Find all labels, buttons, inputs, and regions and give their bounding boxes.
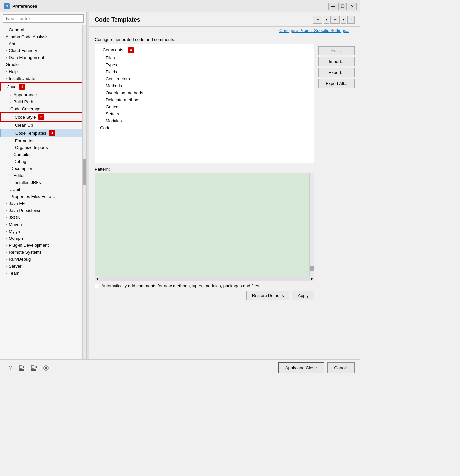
more-button[interactable]: ⋮ [347,16,355,24]
sidebar-item-label: Java Persistence [9,208,41,213]
tl-item-label: Files [106,55,115,60]
pattern-scrollbar-horizontal[interactable]: ◀ ▶ [95,276,314,281]
sidebar-item-run-debug[interactable]: › Run/Debug [0,256,82,263]
scroll-left-arrow[interactable]: ◀ [95,276,99,281]
apply-button[interactable]: Apply [292,291,314,300]
sidebar-item-help[interactable]: › Help [0,68,82,75]
tl-item-setters[interactable]: Setters [95,110,314,117]
scroll-right-arrow[interactable]: ▶ [310,276,314,281]
tl-item-fields[interactable]: Fields [95,68,314,75]
sidebar-item-oomph[interactable]: › Oomph [0,235,82,242]
sidebar-item-cloud-foundry[interactable]: › Cloud Foundry [0,47,82,54]
sidebar-item-build-path[interactable]: › Build Path [0,98,82,105]
tl-item-label: Setters [106,111,119,116]
side-buttons: Edit... Import... Export... Export All..… [318,37,355,357]
sidebar-item-properties-files[interactable]: Properties Files Edito… [0,193,82,200]
restore-defaults-button[interactable]: Restore Defaults [246,291,290,300]
sidebar-item-label: Installed JREs [13,180,41,185]
tl-item-modules[interactable]: Modules [95,117,314,124]
minimize-button[interactable]: — [328,3,337,10]
sidebar-item-java-persistence[interactable]: › Java Persistence [0,207,82,214]
tl-item-files[interactable]: Files [95,54,314,61]
close-button[interactable]: ✕ [348,3,357,10]
templates-tree[interactable]: ˅ Comments 4 Files Types [95,44,314,163]
sidebar-item-json[interactable]: › JSON [0,214,82,221]
sidebar-item-gradle[interactable]: Gradle [0,61,82,68]
scrollbar-thumb[interactable] [83,159,86,185]
expand-icon: › [6,271,7,275]
tree-area[interactable]: › General Alibaba Code Analysis › Ant › [0,25,82,359]
tl-item-getters[interactable]: Getters [95,103,314,110]
pattern-editor[interactable] [95,173,314,276]
record-icon[interactable] [41,363,51,373]
sidebar-item-installed-jres[interactable]: › Installed JREs [0,179,82,186]
h-scroll-track[interactable] [99,276,310,281]
tl-item-constructors[interactable]: Constructors [95,75,314,82]
sidebar-item-appearance[interactable]: › Appearance [0,91,82,98]
configure-project-link[interactable]: Configure Project Specific Settings... [274,27,355,34]
sidebar-item-debug[interactable]: › Debug [0,158,82,165]
apply-close-button[interactable]: Apply and Close [278,362,324,373]
sidebar-item-java[interactable]: ˅ Java 1 [0,82,82,91]
import-button[interactable]: Import... [318,57,355,66]
forward-button[interactable]: ➡ [330,16,340,24]
sidebar-item-alibaba[interactable]: Alibaba Code Analysis [0,33,82,40]
sidebar-item-label: Debug [13,159,26,164]
right-panel: Code Templates ⬅ ▾ ➡ ▾ ⋮ Configure Proje… [89,12,360,359]
search-input[interactable] [3,14,84,23]
sidebar-item-team[interactable]: › Team [0,270,82,277]
sidebar-item-plugin-dev[interactable]: › Plug-in Development [0,242,82,249]
sidebar-item-server[interactable]: › Server [0,263,82,270]
tl-item-methods[interactable]: Methods [95,82,314,89]
sidebar-item-label: Decompiler [10,166,32,171]
expand-icon: › [10,93,11,97]
import-preferences-icon[interactable] [18,363,27,373]
page-title: Code Templates [95,16,140,23]
sidebar-item-java-ee[interactable]: › Java EE [0,200,82,207]
tl-item-overriding-methods[interactable]: Overriding methods [95,89,314,96]
tl-item-delegate-methods[interactable]: Delegate methods [95,96,314,103]
tl-item-comments[interactable]: ˅ Comments 4 [95,46,314,54]
sidebar-item-label: Team [9,271,19,276]
tl-item-types[interactable]: Types [95,61,314,68]
sidebar-item-general[interactable]: › General [0,26,82,33]
resize-sash[interactable] [87,12,89,359]
sidebar-item-install-update[interactable]: › Install/Update [0,75,82,82]
forward-dropdown[interactable]: ▾ [341,16,346,24]
export-all-button[interactable]: Export All... [318,79,355,88]
cancel-button[interactable]: Cancel [327,362,355,373]
sidebar-item-data-management[interactable]: › Data Management [0,54,82,61]
help-icon[interactable]: ? [6,363,15,373]
pattern-section: Pattern: ◀ ▶ [95,167,314,281]
sidebar-item-maven[interactable]: › Maven [0,221,82,228]
maximize-button[interactable]: ❐ [338,3,347,10]
back-button[interactable]: ⬅ [313,16,322,24]
sidebar-item-mylyn[interactable]: › Mylyn [0,228,82,235]
sidebar-item-remote-systems[interactable]: › Remote Systems [0,249,82,256]
export-preferences-icon[interactable] [30,363,39,373]
svg-rect-1 [19,370,24,371]
sidebar-item-organize-imports[interactable]: Organize Imports [0,144,82,151]
sidebar-item-code-templates[interactable]: Code Templates 3 [0,129,82,137]
sidebar-item-decompiler[interactable]: Decompiler [0,165,82,172]
auto-comment-checkbox[interactable] [95,284,99,288]
sidebar-item-code-coverage[interactable]: Code Coverage [0,105,82,112]
sidebar-item-editor[interactable]: › Editor [0,172,82,179]
expand-icon: ˅ [98,48,99,52]
sidebar-item-ant[interactable]: › Ant [0,40,82,47]
edit-button[interactable]: Edit... [318,46,355,55]
sidebar-item-clean-up[interactable]: Clean Up [0,122,82,129]
pattern-scrollbar-vertical[interactable] [309,173,314,276]
tl-item-code[interactable]: › Code [95,124,314,131]
left-scrollbar[interactable] [82,25,86,359]
sidebar-item-code-style[interactable]: ˅ Code Style 2 [0,112,82,122]
sidebar-item-junit[interactable]: JUnit [0,186,82,193]
svg-point-9 [45,367,47,369]
sidebar-item-formatter[interactable]: Formatter [0,137,82,144]
export-button[interactable]: Export... [318,68,355,77]
sidebar-item-label: Properties Files Edito… [10,194,56,199]
back-dropdown[interactable]: ▾ [324,16,329,24]
sidebar-item-label: Run/Debug [9,257,31,262]
v-scroll-thumb[interactable] [310,266,314,271]
sidebar-item-compiler[interactable]: › Compiler [0,151,82,158]
